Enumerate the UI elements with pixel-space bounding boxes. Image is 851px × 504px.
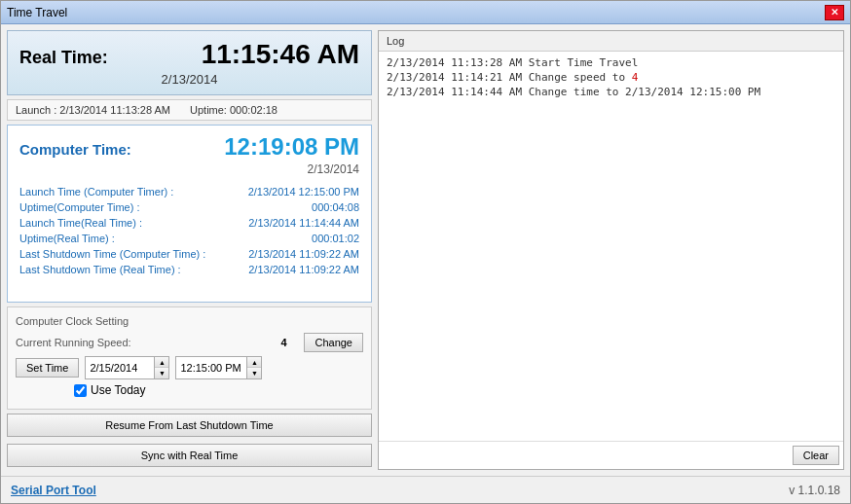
time-up-arrow[interactable]: ▲	[247, 357, 261, 368]
log-content: 2/13/2014 11:13:28 AM Start Time Travel …	[379, 52, 843, 441]
info-row-0: Launch Time (Computer Timer) : 2/13/2014…	[19, 184, 359, 199]
launch-label: Launch : 2/13/2014 11:13:28 AM	[16, 104, 170, 116]
info-value-0: 2/13/2014 12:15:00 PM	[248, 186, 359, 198]
info-label-4: Last Shutdown Time (Computer Time) :	[19, 248, 205, 260]
content-area: Real Time: 11:15:46 AM 2/13/2014 Launch …	[1, 24, 850, 476]
launch-bar: Launch : 2/13/2014 11:13:28 AM Uptime: 0…	[7, 99, 372, 121]
window-title: Time Travel	[7, 6, 67, 19]
resume-button[interactable]: Resume From Last Shutdown Time	[7, 414, 372, 437]
main-window: Time Travel ✕ Real Time: 11:15:46 AM 2/1…	[0, 0, 851, 504]
log-msg-0: Start Time Travel	[529, 56, 639, 69]
log-footer: Clear	[379, 441, 843, 469]
log-ts-1: 2/13/2014 11:14:21 AM	[387, 71, 529, 84]
comp-time-value: 12:19:08 PM	[224, 133, 359, 161]
info-value-4: 2/13/2014 11:09:22 AM	[248, 248, 359, 260]
info-value-1: 000:04:08	[312, 201, 359, 213]
computer-time-box: Computer Time: 12:19:08 PM 2/13/2014 Lau…	[7, 125, 372, 303]
comp-time-label: Computer Time:	[19, 141, 131, 158]
clear-button[interactable]: Clear	[793, 446, 839, 465]
info-label-3: Uptime(Real Time) :	[19, 233, 115, 244]
date-spinner-arrows: ▲ ▼	[154, 357, 168, 378]
speed-value: 4	[269, 337, 298, 348]
set-time-button[interactable]: Set Time	[16, 358, 79, 378]
use-today-row: Use Today	[16, 383, 363, 397]
date-down-arrow[interactable]: ▼	[155, 368, 168, 378]
speed-label: Current Running Speed:	[16, 337, 263, 348]
info-value-3: 000:01:02	[312, 233, 359, 244]
date-up-arrow[interactable]: ▲	[155, 357, 168, 368]
log-ts-0: 2/13/2014 11:13:28 AM	[387, 56, 529, 69]
title-bar-controls: ✕	[825, 5, 844, 20]
log-msg-1: Change speed to	[529, 71, 632, 84]
use-today-label: Use Today	[91, 383, 145, 397]
real-time-date: 2/13/2014	[19, 72, 359, 87]
version-text: v 1.1.0.18	[789, 484, 840, 497]
info-label-2: Launch Time(Real Time) :	[19, 217, 142, 229]
info-value-5: 2/13/2014 11:09:22 AM	[248, 264, 359, 275]
info-row-2: Launch Time(Real Time) : 2/13/2014 11:14…	[19, 215, 359, 231]
time-spinner: ▲ ▼	[175, 356, 262, 379]
time-down-arrow[interactable]: ▼	[247, 368, 261, 378]
left-panel: Real Time: 11:15:46 AM 2/13/2014 Launch …	[7, 30, 372, 470]
log-entry-2: 2/13/2014 11:14:44 AM Change time to 2/1…	[387, 85, 835, 99]
title-bar: Time Travel ✕	[1, 1, 850, 24]
log-panel: Log 2/13/2014 11:13:28 AM Start Time Tra…	[378, 30, 844, 470]
time-input[interactable]	[176, 357, 246, 378]
time-spinner-arrows: ▲ ▼	[246, 357, 261, 378]
change-button[interactable]: Change	[304, 333, 363, 352]
uptime-label: Uptime: 000:02:18	[190, 104, 278, 116]
log-ts-2: 2/13/2014 11:14:44 AM	[387, 86, 529, 98]
sync-button[interactable]: Sync with Real Time	[7, 444, 372, 467]
footer-bar: Serial Port Tool v 1.1.0.18	[1, 476, 850, 503]
clock-setting-box: Computer Clock Setting Current Running S…	[7, 306, 372, 410]
log-entry-1: 2/13/2014 11:14:21 AM Change speed to 4	[387, 70, 835, 85]
real-time-row: Real Time: 11:15:46 AM	[19, 39, 359, 70]
real-time-label: Real Time:	[19, 48, 108, 68]
close-button[interactable]: ✕	[825, 5, 844, 20]
log-msg-2: Change time to 2/13/2014 12:15:00 PM	[529, 86, 760, 98]
date-input[interactable]	[86, 357, 154, 378]
info-value-2: 2/13/2014 11:14:44 AM	[248, 217, 359, 229]
info-label-1: Uptime(Computer Time) :	[19, 201, 139, 213]
set-time-row: Set Time ▲ ▼ ▲ ▼	[16, 356, 363, 379]
info-label-0: Launch Time (Computer Timer) :	[19, 186, 173, 198]
log-entry-0: 2/13/2014 11:13:28 AM Start Time Travel	[387, 55, 835, 70]
use-today-checkbox[interactable]	[74, 384, 87, 397]
info-row-3: Uptime(Real Time) : 000:01:02	[19, 231, 359, 246]
real-time-value: 11:15:46 AM	[202, 39, 359, 70]
clock-setting-title: Computer Clock Setting	[16, 315, 363, 327]
log-speed-1: 4	[632, 71, 639, 84]
speed-row: Current Running Speed: 4 Change	[16, 333, 363, 352]
serial-port-link[interactable]: Serial Port Tool	[11, 484, 96, 497]
log-header: Log	[379, 31, 843, 52]
date-spinner: ▲ ▼	[85, 356, 169, 379]
info-row-4: Last Shutdown Time (Computer Time) : 2/1…	[19, 246, 359, 262]
comp-time-header: Computer Time: 12:19:08 PM	[19, 133, 359, 161]
real-time-box: Real Time: 11:15:46 AM 2/13/2014	[7, 30, 372, 95]
info-row-1: Uptime(Computer Time) : 000:04:08	[19, 199, 359, 215]
comp-time-date: 2/13/2014	[19, 162, 359, 176]
info-label-5: Last Shutdown Time (Real Time) :	[19, 264, 181, 275]
info-row-5: Last Shutdown Time (Real Time) : 2/13/20…	[19, 262, 359, 277]
